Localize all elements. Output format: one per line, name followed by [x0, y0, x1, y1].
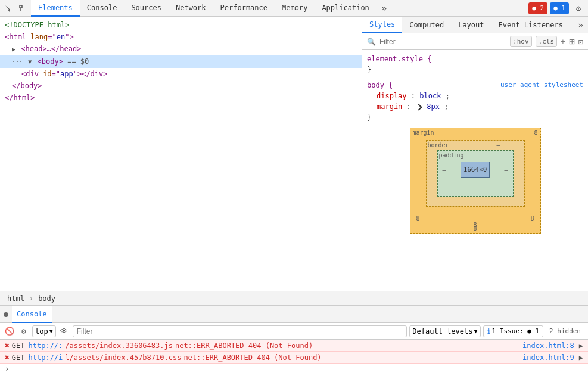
filter-hov-button[interactable]: :hov: [510, 36, 532, 47]
dom-doctype: <!DOCTYPE html>: [0, 19, 362, 31]
console-toolbar: 🚫 ⚙ top ▼ 👁 Default levels ▼ ℹ 1 Issue: …: [0, 323, 588, 340]
error-source-1[interactable]: index.html:9: [522, 353, 574, 362]
nav-right-area: ● 2 ● 1 ⚙: [528, 1, 586, 15]
elements-panel: <!DOCTYPE html> <html lang="en"> ▶ <head…: [0, 17, 362, 291]
console-section: Console 🚫 ⚙ top ▼ 👁 Default levels ▼ ℹ 1…: [0, 305, 588, 389]
issue-badge[interactable]: ℹ 1 Issue: ● 1: [483, 325, 543, 337]
styles-panel: Styles Computed Layout Event Listeners »…: [362, 17, 588, 291]
svg-rect-0: [20, 5, 22, 8]
tab-network[interactable]: Network: [169, 0, 213, 17]
hidden-messages-label: 2 hidden: [546, 327, 584, 335]
tab-console[interactable]: Console: [80, 0, 125, 17]
log-level-selector[interactable]: Default levels ▼: [409, 325, 480, 337]
styles-content: element.style { } body { user agent styl…: [362, 50, 588, 291]
main-area: <!DOCTYPE html> <html lang="en"> ▶ <head…: [0, 17, 588, 291]
console-drag-handle[interactable]: [4, 312, 8, 317]
info-badge[interactable]: ● 1: [550, 2, 569, 14]
error-icon-0: ✖: [5, 341, 10, 350]
console-tabs: Console: [0, 306, 588, 323]
style-panel-toggle[interactable]: ⊡: [578, 37, 583, 46]
error-url-1[interactable]: http://i: [29, 353, 63, 362]
console-settings-button[interactable]: ⚙: [18, 325, 30, 337]
element-state-icon[interactable]: ⊞: [569, 36, 575, 47]
tab-event-listeners[interactable]: Event Listeners: [491, 17, 570, 33]
content-box: 1664×0: [461, 162, 490, 178]
tab-console-bottom[interactable]: Console: [12, 306, 52, 323]
error-badge[interactable]: ● 2: [528, 2, 547, 14]
styles-filter-input[interactable]: [379, 38, 506, 46]
filter-cls-button[interactable]: .cls: [536, 36, 558, 47]
cursor-icon[interactable]: [2, 2, 14, 14]
dom-html-close[interactable]: </html>: [0, 92, 362, 104]
clear-console-button[interactable]: 🚫: [4, 325, 15, 337]
breadcrumb: html › body: [0, 291, 588, 305]
dom-head[interactable]: ▶ <head>…</head>: [0, 43, 362, 55]
inspect-icon[interactable]: [17, 2, 29, 14]
error-icon-1: ✖: [5, 353, 10, 362]
error-source-0[interactable]: index.html:8: [522, 342, 574, 350]
box-model-diagram: margin 8 8 border – padding – – 1664×0: [410, 128, 541, 234]
eye-icon[interactable]: 👁: [58, 325, 70, 337]
dom-body[interactable]: ··· ▼ <body> == $0: [0, 55, 362, 68]
settings-icon[interactable]: ⚙: [571, 1, 586, 15]
padding-box: padding – – 1664×0 – –: [437, 150, 514, 197]
filter-icon: 🔍: [367, 38, 376, 46]
prompt-arrow: ›: [5, 365, 9, 373]
more-tabs-button[interactable]: »: [377, 2, 392, 14]
styles-more-icon[interactable]: »: [574, 20, 588, 30]
error-expand-1[interactable]: ▶: [579, 353, 583, 362]
console-filter-input[interactable]: [73, 325, 407, 337]
styles-filter-bar: 🔍 :hov .cls + ⊞ ⊡: [362, 33, 588, 50]
tab-layout[interactable]: Layout: [451, 17, 491, 33]
devtools-navbar: Elements Console Sources Network Perform…: [0, 0, 588, 17]
console-error-row-1: ✖ GET http://i l/assets/index.457b8710.c…: [0, 352, 588, 364]
border-box: border – padding – – 1664×0 – –: [426, 140, 525, 207]
tab-memory[interactable]: Memory: [275, 0, 315, 17]
dom-div-app[interactable]: <div id="app"></div>: [0, 68, 362, 80]
console-context-selector[interactable]: top ▼: [32, 325, 56, 337]
styles-tabs: Styles Computed Layout Event Listeners »: [362, 17, 588, 33]
dom-body-close[interactable]: </body>: [0, 80, 362, 92]
breadcrumb-separator: ›: [29, 294, 33, 303]
body-style-rule: body { user agent stylesheet display : b…: [367, 80, 583, 123]
error-expand-0[interactable]: ▶: [579, 342, 583, 350]
add-style-icon[interactable]: +: [561, 37, 565, 46]
tab-performance[interactable]: Performance: [213, 0, 275, 17]
tab-elements[interactable]: Elements: [31, 0, 80, 17]
tab-styles[interactable]: Styles: [362, 17, 402, 33]
tab-computed[interactable]: Computed: [402, 17, 451, 33]
console-messages: ✖ GET http://: /assets/index.33606483.js…: [0, 340, 588, 389]
console-prompt-row: ›: [0, 364, 588, 374]
tab-sources[interactable]: Sources: [124, 0, 169, 17]
breadcrumb-body[interactable]: body: [36, 294, 58, 303]
breadcrumb-html[interactable]: html: [5, 294, 27, 303]
margin-expand-arrow[interactable]: [415, 104, 422, 110]
tab-application[interactable]: Application: [315, 0, 376, 17]
console-error-row-0: ✖ GET http://: /assets/index.33606483.js…: [0, 340, 588, 352]
error-url-0[interactable]: http://:: [29, 342, 63, 350]
element-style-rule: element.style { }: [367, 54, 583, 75]
margin-box: margin 8 8 border – padding – – 1664×0: [410, 128, 541, 234]
dom-html[interactable]: <html lang="en">: [0, 31, 362, 43]
